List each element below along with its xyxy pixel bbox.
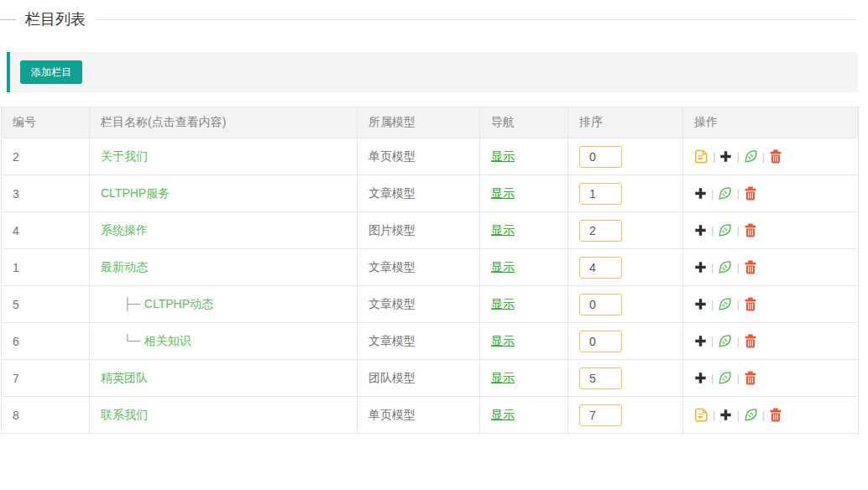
actions-cell: ||: [683, 360, 859, 397]
add-child-button[interactable]: [719, 409, 732, 421]
sort-input[interactable]: [579, 404, 622, 426]
plus-icon: [694, 298, 707, 310]
add-child-button[interactable]: [719, 150, 732, 163]
edit-button[interactable]: [718, 297, 732, 311]
column-name-link[interactable]: 相关知识: [144, 334, 191, 347]
add-child-button[interactable]: [694, 187, 707, 200]
table-row: 8 联系我们 单页模型 显示 |||: [2, 397, 859, 434]
delete-button[interactable]: [769, 408, 782, 422]
sort-input[interactable]: [579, 220, 622, 242]
sort-cell: [568, 249, 683, 286]
name-cell: 系统操作: [90, 212, 358, 249]
sort-cell: [568, 212, 683, 249]
delete-button[interactable]: [744, 371, 757, 385]
column-id: 8: [13, 409, 19, 422]
column-name-link[interactable]: 联系我们: [101, 408, 148, 421]
column-id: 1: [13, 261, 19, 274]
actions-cell: |||: [683, 138, 859, 175]
nav-toggle-link[interactable]: 显示: [491, 408, 515, 421]
column-header-sort: 排序: [568, 107, 683, 138]
nav-toggle-link[interactable]: 显示: [491, 149, 515, 163]
nav-cell: 显示: [480, 397, 568, 434]
delete-button[interactable]: [744, 334, 757, 348]
add-child-button[interactable]: [694, 298, 707, 310]
nav-toggle-link[interactable]: 显示: [491, 223, 515, 237]
column-name-link[interactable]: 最新动态: [101, 260, 148, 274]
model-cell: 文章模型: [358, 286, 480, 323]
nav-toggle-link[interactable]: 显示: [491, 334, 515, 347]
add-child-button[interactable]: [694, 224, 707, 237]
sort-input[interactable]: [579, 183, 622, 205]
delete-button[interactable]: [744, 186, 757, 201]
sort-input[interactable]: [579, 368, 622, 389]
id-cell: 1: [2, 249, 90, 286]
edit-button[interactable]: [744, 149, 758, 164]
action-separator: |: [713, 150, 715, 163]
id-cell: 2: [2, 138, 90, 175]
edit-button[interactable]: [718, 260, 732, 274]
column-id: 7: [13, 372, 19, 385]
delete-button[interactable]: [769, 149, 782, 164]
nav-toggle-link[interactable]: 显示: [491, 260, 515, 274]
action-separator: |: [711, 298, 714, 310]
edit-button[interactable]: [718, 186, 732, 201]
delete-button[interactable]: [744, 223, 757, 237]
add-child-button[interactable]: [694, 261, 707, 274]
action-separator: |: [762, 409, 765, 421]
actions-cell: ||: [683, 212, 859, 249]
pen-icon: [718, 334, 732, 348]
action-separator: |: [711, 224, 714, 237]
document-icon: [694, 408, 709, 422]
action-separator: |: [711, 335, 714, 347]
name-cell: 关于我们: [90, 138, 358, 175]
sort-input[interactable]: [579, 257, 622, 279]
content-edit-button[interactable]: [694, 149, 709, 164]
column-name-link[interactable]: 精英团队: [101, 371, 148, 384]
action-separator: |: [736, 187, 739, 200]
pen-icon: [718, 371, 732, 385]
sort-cell: [568, 286, 683, 323]
nav-toggle-link[interactable]: 显示: [491, 371, 515, 384]
model-cell: 文章模型: [358, 175, 480, 212]
trash-icon: [769, 408, 782, 422]
edit-button[interactable]: [718, 334, 732, 348]
column-id: 6: [13, 335, 19, 348]
plus-icon: [694, 372, 707, 384]
action-separator: |: [762, 150, 765, 163]
edit-button[interactable]: [718, 371, 732, 385]
sort-input[interactable]: [579, 146, 622, 168]
nav-toggle-link[interactable]: 显示: [491, 186, 515, 200]
table-row: 7 精英团队 团队模型 显示 ||: [2, 360, 859, 397]
delete-button[interactable]: [744, 260, 757, 274]
delete-button[interactable]: [744, 297, 757, 311]
nav-cell: 显示: [480, 360, 568, 397]
column-id: 4: [13, 224, 19, 237]
add-child-button[interactable]: [694, 335, 707, 347]
sort-input[interactable]: [579, 294, 622, 315]
tree-branch-prefix: ├─: [123, 297, 140, 310]
add-column-button[interactable]: 添加栏目: [20, 60, 82, 84]
column-header-nav: 导航: [480, 107, 568, 138]
column-header-id: 编号: [2, 107, 90, 138]
name-cell: 联系我们: [90, 397, 358, 434]
model-cell: 单页模型: [358, 397, 480, 434]
sort-cell: [568, 175, 683, 212]
nav-toggle-link[interactable]: 显示: [491, 297, 515, 310]
name-cell: └─相关知识: [90, 323, 358, 360]
model-cell: 文章模型: [358, 249, 480, 286]
column-name-link[interactable]: 系统操作: [101, 223, 148, 237]
column-name-link[interactable]: CLTPHP动态: [144, 297, 213, 310]
column-name-link[interactable]: 关于我们: [101, 149, 148, 163]
add-child-button[interactable]: [694, 372, 707, 384]
id-cell: 8: [2, 397, 90, 434]
action-separator: |: [711, 372, 714, 384]
table-row: 4 系统操作 图片模型 显示 ||: [2, 212, 859, 249]
pen-icon: [718, 260, 732, 274]
sort-cell: [568, 397, 683, 434]
sort-input[interactable]: [579, 331, 622, 352]
edit-button[interactable]: [744, 408, 758, 422]
column-name-link[interactable]: CLTPHP服务: [101, 186, 170, 200]
edit-button[interactable]: [718, 223, 732, 237]
pen-icon: [718, 297, 732, 311]
content-edit-button[interactable]: [694, 408, 709, 422]
